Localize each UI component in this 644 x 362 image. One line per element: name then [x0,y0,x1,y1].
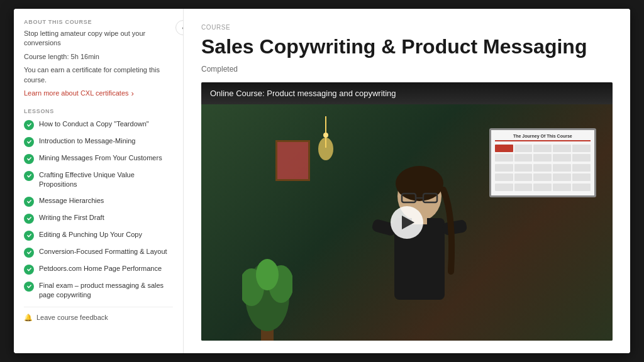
play-arrow-icon [402,216,414,229]
lessons-list: How to Conduct a Copy "Teardown"Introduc… [24,119,173,300]
lesson-text: How to Conduct a Copy "Teardown" [39,119,149,129]
lesson-text: Writing the First Draft [39,213,104,222]
lesson-item[interactable]: Message Hierarchies [24,196,173,207]
lesson-text: Conversion-Focused Formatting & Layout [39,247,167,256]
leave-feedback-button[interactable]: 🔔 Leave course feedback [24,307,173,322]
lesson-item[interactable]: Petdoors.com Home Page Performance [24,264,173,275]
lesson-text: Introduction to Message-Mining [39,136,135,146]
lesson-text: Editing & Punching Up Your Copy [39,230,142,239]
lesson-item[interactable]: Mining Messages From Your Customers [24,153,173,164]
lesson-check-icon [24,120,34,130]
svg-point-2 [323,133,328,138]
lesson-item[interactable]: How to Conduct a Copy "Teardown" [24,119,173,130]
svg-point-1 [318,138,333,160]
lesson-check-icon [24,154,34,164]
plant-decoration [242,240,292,341]
lessons-section-label: LESSONS [24,108,173,114]
video-scene: The Journey Of This Course [201,104,613,341]
course-description: Stop letting amateur copy wipe out your … [24,29,173,48]
certificate-text: You can earn a certificate for completin… [24,65,173,85]
screen-title-text: The Journey Of This Course [495,134,591,141]
lamp-decoration [316,116,335,167]
presentation-screen: The Journey Of This Course [489,128,596,197]
svg-point-9 [396,166,443,201]
lesson-check-icon [24,197,34,207]
lesson-text: Message Hierarchies [39,196,104,206]
play-button[interactable] [391,206,423,239]
course-length: Course length: 5h 16min [24,52,173,62]
course-label: COURSE [201,24,613,31]
wall-art-decoration [275,140,310,181]
course-title: Sales Copywriting & Product Messaging [201,35,613,58]
sidebar-collapse-button[interactable]: ‹ [175,20,184,35]
lesson-check-icon [24,214,34,224]
lesson-check-icon [24,137,34,147]
lesson-item[interactable]: Final exam – product messaging & sales p… [24,281,173,300]
lesson-check-icon [24,171,34,181]
lesson-check-icon [24,248,34,258]
lesson-text: Mining Messages From Your Customers [39,153,162,163]
main-content: COURSE Sales Copywriting & Product Messa… [184,9,630,353]
leave-feedback-label: Leave course feedback [36,314,108,321]
certificate-link[interactable]: Learn more about CXL certificates [24,89,173,98]
bell-icon: 🔔 [24,314,33,322]
lesson-item[interactable]: Editing & Punching Up Your Copy [24,230,173,241]
svg-rect-15 [442,219,468,236]
video-player[interactable]: Online Course: Product messaging and cop… [201,82,613,341]
lesson-check-icon [24,231,34,241]
video-title: Online Course: Product messaging and cop… [201,82,613,104]
about-section-label: ABOUT THIS COURSE [24,19,173,25]
completed-badge: Completed [201,65,613,74]
lesson-item[interactable]: Crafting Effective Unique Value Proposit… [24,170,173,190]
sidebar: ‹ ABOUT THIS COURSE Stop letting amateur… [14,9,184,353]
person-figure [357,158,482,341]
lesson-text: Petdoors.com Home Page Performance [39,264,162,273]
lesson-text: Crafting Effective Unique Value Proposit… [39,170,173,190]
lesson-check-icon [24,282,34,292]
lesson-item[interactable]: Conversion-Focused Formatting & Layout [24,247,173,258]
lesson-item[interactable]: Writing the First Draft [24,213,173,224]
svg-point-7 [256,259,279,290]
lesson-item[interactable]: Introduction to Message-Mining [24,136,173,147]
lesson-check-icon [24,265,34,275]
lesson-text: Final exam – product messaging & sales p… [39,281,173,300]
